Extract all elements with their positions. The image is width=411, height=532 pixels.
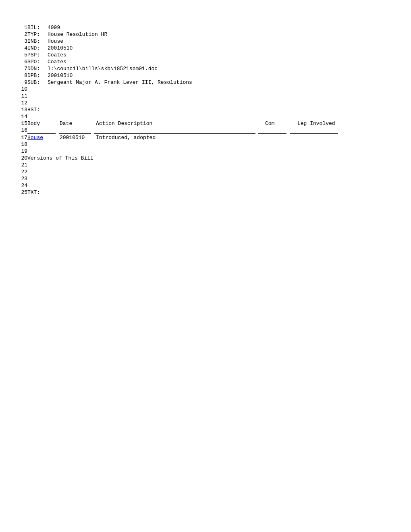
line-number: 22 — [16, 168, 27, 175]
field-value: Coates — [48, 58, 395, 65]
line-number: 5 — [16, 52, 27, 58]
history-col-leg: Leg Involved — [297, 121, 354, 127]
history-col-action: Action Description — [96, 121, 265, 127]
field-value: Sergeant Major A. Frank Lever III, Resol… — [48, 79, 395, 86]
field-label: TYP: — [27, 31, 48, 38]
field-label: HST: — [27, 106, 48, 113]
empty-line — [27, 168, 395, 175]
line-number: 11 — [16, 93, 27, 100]
field-label: INB: — [27, 38, 48, 45]
line-number: 18 — [16, 141, 27, 148]
field-label: SPO: — [27, 58, 48, 65]
line-number: 12 — [16, 100, 27, 106]
field-value: l:\council\bills\skb\18521som01.doc — [48, 65, 395, 72]
line-number: 6 — [16, 58, 27, 65]
empty-line — [27, 175, 395, 182]
field-label: DPB: — [27, 72, 48, 79]
line-number: 20 — [16, 155, 27, 162]
history-col-com: Com — [265, 121, 297, 127]
field-value: 20010510 — [48, 45, 395, 52]
field-label: BIL: — [27, 24, 48, 31]
empty-line — [27, 93, 395, 100]
line-number: 23 — [16, 175, 27, 182]
history-col-body: Body — [27, 121, 60, 127]
line-number: 14 — [16, 113, 27, 120]
empty-line — [27, 141, 395, 148]
field-value: Coates — [48, 52, 395, 58]
history-data-row: House20010510Introduced, adopted — [27, 134, 395, 141]
field-label: PSP: — [27, 52, 48, 58]
line-number: 17 — [16, 134, 27, 141]
line-number: 16 — [16, 127, 27, 134]
field-value — [48, 189, 395, 196]
line-number: 13 — [16, 106, 27, 113]
empty-line — [27, 113, 395, 120]
field-label: SUB: — [27, 79, 48, 86]
field-label: IND: — [27, 45, 48, 52]
line-number: 2 — [16, 31, 27, 38]
line-number: 3 — [16, 38, 27, 45]
empty-line — [27, 148, 395, 155]
line-number: 7 — [16, 65, 27, 72]
line-number: 24 — [16, 182, 27, 189]
field-value: House Resolution HR — [48, 31, 395, 38]
empty-line — [27, 162, 395, 168]
history-body-link[interactable]: House — [27, 135, 60, 141]
line-number: 8 — [16, 72, 27, 79]
field-label: TXT: — [27, 189, 48, 196]
line-number: 25 — [16, 189, 27, 196]
field-value: 20010510 — [48, 72, 395, 79]
empty-line — [27, 86, 395, 93]
line-number: 15 — [16, 120, 27, 127]
history-action: Introduced, adopted — [96, 135, 265, 141]
history-col-date: Date — [60, 121, 96, 127]
history-separator — [27, 127, 395, 134]
line-number: 10 — [16, 86, 27, 93]
versions-label: Versions of This Bill — [27, 155, 395, 162]
empty-line — [27, 182, 395, 189]
field-value — [48, 106, 395, 113]
line-number: 9 — [16, 79, 27, 86]
field-value: 4099 — [48, 24, 395, 31]
history-date: 20010510 — [60, 135, 96, 141]
field-label: DDN: — [27, 65, 48, 72]
line-number: 1 — [16, 24, 27, 31]
line-number: 4 — [16, 45, 27, 52]
line-number: 21 — [16, 162, 27, 168]
empty-line — [27, 100, 395, 106]
field-value: House — [48, 38, 395, 45]
line-number: 19 — [16, 148, 27, 155]
history-header-row: BodyDateAction DescriptionComLeg Involve… — [27, 120, 395, 127]
